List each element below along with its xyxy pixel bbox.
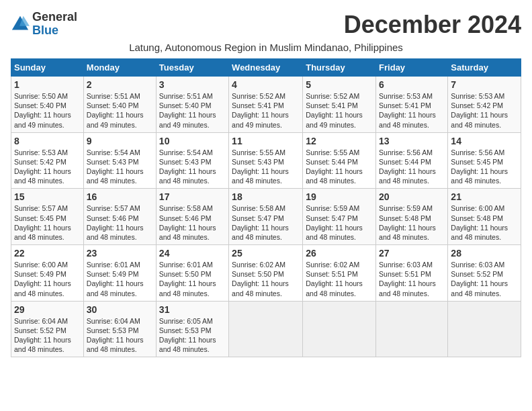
day-number: 7 <box>451 79 518 90</box>
day-number: 26 <box>306 248 373 259</box>
day-info: Sunrise: 5:56 AMSunset: 5:45 PMDaylight:… <box>451 148 508 185</box>
calendar-cell: 15 Sunrise: 5:57 AMSunset: 5:45 PMDaylig… <box>11 189 84 245</box>
column-header-sunday: Sunday <box>11 59 84 77</box>
calendar-cell: 27 Sunrise: 6:03 AMSunset: 5:51 PMDaylig… <box>376 245 448 302</box>
day-info: Sunrise: 6:03 AMSunset: 5:52 PMDaylight:… <box>451 261 508 298</box>
day-number: 2 <box>87 79 153 90</box>
day-info: Sunrise: 6:04 AMSunset: 5:53 PMDaylight:… <box>87 317 144 354</box>
day-number: 25 <box>232 248 300 259</box>
day-number: 10 <box>159 136 226 146</box>
day-number: 21 <box>451 191 518 202</box>
calendar-cell: 28 Sunrise: 6:03 AMSunset: 5:52 PMDaylig… <box>448 245 521 302</box>
day-number: 17 <box>159 191 226 202</box>
day-info: Sunrise: 5:58 AMSunset: 5:46 PMDaylight:… <box>159 204 216 241</box>
calendar-cell: 3 Sunrise: 5:51 AMSunset: 5:40 PMDayligh… <box>156 77 228 133</box>
day-number: 5 <box>306 79 373 90</box>
day-number: 4 <box>232 79 300 90</box>
day-info: Sunrise: 5:55 AMSunset: 5:44 PMDaylight:… <box>306 148 363 185</box>
logo-general: General <box>32 11 77 24</box>
day-info: Sunrise: 5:53 AMSunset: 5:42 PMDaylight:… <box>451 92 508 129</box>
day-number: 14 <box>451 136 518 146</box>
calendar-cell: 18 Sunrise: 5:58 AMSunset: 5:47 PMDaylig… <box>229 189 303 245</box>
logo-icon <box>11 15 30 34</box>
day-number: 6 <box>379 79 445 90</box>
header: General Blue December 2024 <box>11 11 521 39</box>
day-info: Sunrise: 6:02 AMSunset: 5:50 PMDaylight:… <box>232 261 289 298</box>
column-header-tuesday: Tuesday <box>156 59 228 77</box>
day-info: Sunrise: 5:53 AMSunset: 5:42 PMDaylight:… <box>14 148 71 185</box>
calendar-cell: 12 Sunrise: 5:55 AMSunset: 5:44 PMDaylig… <box>303 132 376 189</box>
calendar-cell: 16 Sunrise: 5:57 AMSunset: 5:46 PMDaylig… <box>83 189 156 245</box>
week-row-5: 29 Sunrise: 6:04 AMSunset: 5:52 PMDaylig… <box>11 301 521 357</box>
day-info: Sunrise: 5:51 AMSunset: 5:40 PMDaylight:… <box>159 92 216 129</box>
day-number: 9 <box>87 136 153 146</box>
day-info: Sunrise: 5:52 AMSunset: 5:41 PMDaylight:… <box>232 92 289 129</box>
day-info: Sunrise: 6:01 AMSunset: 5:49 PMDaylight:… <box>87 261 144 298</box>
calendar-cell: 5 Sunrise: 5:52 AMSunset: 5:41 PMDayligh… <box>303 77 376 133</box>
week-row-1: 1 Sunrise: 5:50 AMSunset: 5:40 PMDayligh… <box>11 77 521 133</box>
calendar-cell <box>376 301 448 357</box>
week-row-4: 22 Sunrise: 6:00 AMSunset: 5:49 PMDaylig… <box>11 245 521 302</box>
calendar-cell: 2 Sunrise: 5:51 AMSunset: 5:40 PMDayligh… <box>83 77 156 133</box>
calendar-cell: 31 Sunrise: 6:05 AMSunset: 5:53 PMDaylig… <box>156 301 228 357</box>
day-number: 22 <box>14 248 81 259</box>
day-info: Sunrise: 6:00 AMSunset: 5:48 PMDaylight:… <box>451 204 508 241</box>
day-info: Sunrise: 6:02 AMSunset: 5:51 PMDaylight:… <box>306 261 363 298</box>
calendar-cell: 11 Sunrise: 5:55 AMSunset: 5:43 PMDaylig… <box>229 132 303 189</box>
logo-blue: Blue <box>32 24 77 38</box>
calendar-cell: 1 Sunrise: 5:50 AMSunset: 5:40 PMDayligh… <box>11 77 84 133</box>
subtitle: Latung, Autonomous Region in Muslim Mind… <box>11 42 521 53</box>
week-row-2: 8 Sunrise: 5:53 AMSunset: 5:42 PMDayligh… <box>11 132 521 189</box>
day-number: 27 <box>379 248 445 259</box>
day-number: 29 <box>14 304 81 315</box>
calendar-cell: 13 Sunrise: 5:56 AMSunset: 5:44 PMDaylig… <box>376 132 448 189</box>
calendar-cell: 9 Sunrise: 5:54 AMSunset: 5:43 PMDayligh… <box>83 132 156 189</box>
calendar-cell: 4 Sunrise: 5:52 AMSunset: 5:41 PMDayligh… <box>229 77 303 133</box>
calendar-cell <box>448 301 521 357</box>
day-number: 18 <box>232 191 300 202</box>
week-row-3: 15 Sunrise: 5:57 AMSunset: 5:45 PMDaylig… <box>11 189 521 245</box>
day-info: Sunrise: 6:03 AMSunset: 5:51 PMDaylight:… <box>379 261 436 298</box>
day-number: 31 <box>159 304 226 315</box>
column-header-wednesday: Wednesday <box>229 59 303 77</box>
day-info: Sunrise: 6:05 AMSunset: 5:53 PMDaylight:… <box>159 317 216 354</box>
calendar-cell: 17 Sunrise: 5:58 AMSunset: 5:46 PMDaylig… <box>156 189 228 245</box>
calendar-cell: 24 Sunrise: 6:01 AMSunset: 5:50 PMDaylig… <box>156 245 228 302</box>
day-number: 30 <box>87 304 153 315</box>
column-header-monday: Monday <box>83 59 156 77</box>
calendar-table: SundayMondayTuesdayWednesdayThursdayFrid… <box>11 58 521 357</box>
day-info: Sunrise: 5:55 AMSunset: 5:43 PMDaylight:… <box>232 148 289 185</box>
calendar-cell: 7 Sunrise: 5:53 AMSunset: 5:42 PMDayligh… <box>448 77 521 133</box>
column-header-friday: Friday <box>376 59 448 77</box>
day-number: 20 <box>379 191 445 202</box>
day-info: Sunrise: 5:54 AMSunset: 5:43 PMDaylight:… <box>159 148 216 185</box>
day-number: 23 <box>87 248 153 259</box>
calendar-cell: 29 Sunrise: 6:04 AMSunset: 5:52 PMDaylig… <box>11 301 84 357</box>
calendar-cell: 6 Sunrise: 5:53 AMSunset: 5:41 PMDayligh… <box>376 77 448 133</box>
day-info: Sunrise: 5:58 AMSunset: 5:47 PMDaylight:… <box>232 204 289 241</box>
calendar-cell: 26 Sunrise: 6:02 AMSunset: 5:51 PMDaylig… <box>303 245 376 302</box>
day-info: Sunrise: 5:53 AMSunset: 5:41 PMDaylight:… <box>379 92 436 129</box>
month-title: December 2024 <box>344 11 521 39</box>
day-info: Sunrise: 5:59 AMSunset: 5:48 PMDaylight:… <box>379 204 436 241</box>
calendar-cell <box>303 301 376 357</box>
column-header-saturday: Saturday <box>448 59 521 77</box>
day-info: Sunrise: 5:50 AMSunset: 5:40 PMDaylight:… <box>14 92 71 129</box>
day-number: 13 <box>379 136 445 146</box>
day-info: Sunrise: 5:54 AMSunset: 5:43 PMDaylight:… <box>87 148 144 185</box>
day-info: Sunrise: 5:59 AMSunset: 5:47 PMDaylight:… <box>306 204 363 241</box>
calendar-cell: 22 Sunrise: 6:00 AMSunset: 5:49 PMDaylig… <box>11 245 84 302</box>
day-number: 12 <box>306 136 373 146</box>
header-row: SundayMondayTuesdayWednesdayThursdayFrid… <box>11 59 521 77</box>
calendar-cell: 30 Sunrise: 6:04 AMSunset: 5:53 PMDaylig… <box>83 301 156 357</box>
day-info: Sunrise: 5:51 AMSunset: 5:40 PMDaylight:… <box>87 92 144 129</box>
calendar-cell: 25 Sunrise: 6:02 AMSunset: 5:50 PMDaylig… <box>229 245 303 302</box>
day-number: 11 <box>232 136 300 146</box>
day-info: Sunrise: 5:57 AMSunset: 5:45 PMDaylight:… <box>14 204 71 241</box>
day-number: 19 <box>306 191 373 202</box>
calendar-cell: 23 Sunrise: 6:01 AMSunset: 5:49 PMDaylig… <box>83 245 156 302</box>
column-header-thursday: Thursday <box>303 59 376 77</box>
calendar-cell: 19 Sunrise: 5:59 AMSunset: 5:47 PMDaylig… <box>303 189 376 245</box>
day-number: 3 <box>159 79 226 90</box>
day-number: 28 <box>451 248 518 259</box>
